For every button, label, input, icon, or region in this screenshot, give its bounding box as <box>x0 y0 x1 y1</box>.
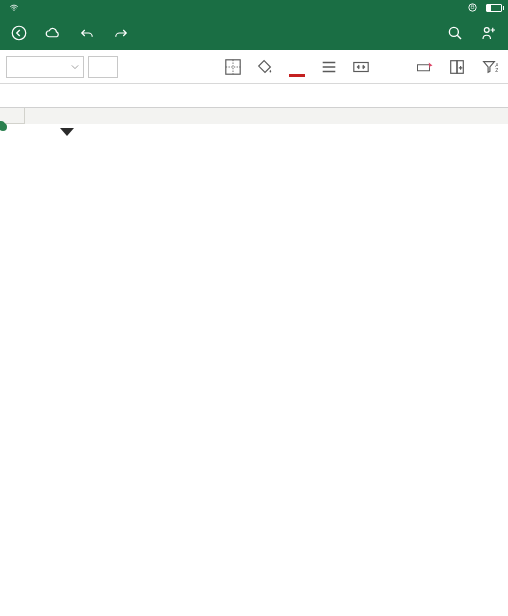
svg-rect-8 <box>418 64 430 70</box>
borders-button[interactable] <box>220 54 246 80</box>
formatting-toolbar: AZ <box>0 50 508 84</box>
spreadsheet-grid[interactable] <box>0 108 508 616</box>
font-color-button[interactable] <box>284 54 310 80</box>
underline-button[interactable] <box>188 54 214 80</box>
svg-rect-7 <box>354 62 368 71</box>
svg-point-4 <box>449 27 458 36</box>
fill-color-button[interactable] <box>252 54 278 80</box>
svg-rect-9 <box>451 60 457 73</box>
merge-cells-button[interactable] <box>348 54 374 80</box>
ios-status-bar <box>0 0 508 16</box>
insert-delete-button[interactable] <box>444 54 470 80</box>
cloud-save-icon[interactable] <box>44 24 62 42</box>
number-format-button[interactable] <box>380 54 406 80</box>
context-menu-arrow <box>60 128 74 136</box>
svg-point-5 <box>484 28 489 33</box>
svg-point-0 <box>13 10 14 11</box>
rotation-lock-icon <box>467 2 478 15</box>
svg-point-3 <box>12 26 26 40</box>
column-headers-row <box>0 108 508 124</box>
align-button[interactable] <box>316 54 342 80</box>
svg-rect-2 <box>471 6 474 8</box>
select-all-corner[interactable] <box>0 108 25 124</box>
font-color-swatch <box>289 74 305 77</box>
selection-handle-br[interactable] <box>0 123 7 131</box>
app-titlebar <box>0 16 508 50</box>
back-icon[interactable] <box>10 24 28 42</box>
selection-rect <box>0 124 4 128</box>
battery-icon <box>486 4 505 12</box>
undo-icon[interactable] <box>78 24 96 42</box>
font-name-select[interactable] <box>6 56 84 78</box>
svg-text:Z: Z <box>495 67 498 73</box>
formula-input[interactable] <box>24 85 508 107</box>
wifi-icon <box>8 3 20 13</box>
share-icon[interactable] <box>480 24 498 42</box>
search-icon[interactable] <box>446 24 464 42</box>
redo-icon[interactable] <box>112 24 130 42</box>
formula-bar <box>0 84 508 108</box>
font-size-select[interactable] <box>88 56 118 78</box>
bold-button[interactable] <box>124 54 150 80</box>
sort-filter-button[interactable]: AZ <box>476 54 502 80</box>
italic-button[interactable] <box>156 54 182 80</box>
cell-styles-button[interactable] <box>412 54 438 80</box>
svg-rect-6 <box>226 59 240 73</box>
